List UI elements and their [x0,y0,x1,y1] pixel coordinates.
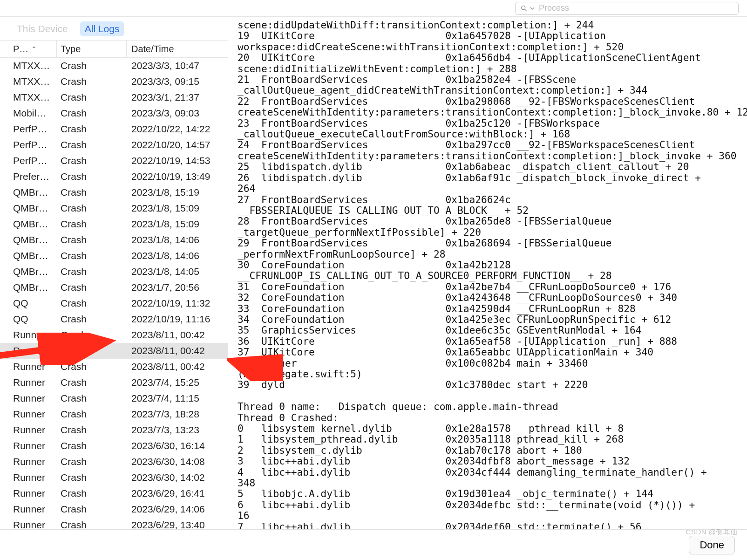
table-row[interactable]: PerfP…Crash2022/10/20, 14:57 [0,137,228,153]
cell-date: 2023/3/1, 21:37 [127,92,228,103]
cell-process: Runner [0,488,57,499]
cell-type: Crash [57,361,127,372]
scope-tabs: This Device All Logs [0,17,228,40]
table-row[interactable]: QMBr…Crash2023/1/7, 20:56 [0,280,228,295]
cell-date: 2023/6/29, 14:06 [127,504,228,515]
table-row[interactable]: RunnerCrash2023/7/3, 13:23 [0,422,228,438]
done-button[interactable]: Done [689,536,735,554]
cell-date: 2023/7/4, 11:15 [127,393,228,404]
search-input[interactable] [539,3,733,13]
log-list[interactable]: MTXX…Crash2023/3/3, 10:47MTXX…Crash2023/… [0,58,228,529]
cell-type: Crash [57,219,127,230]
table-row[interactable]: RunnerCrash2023/6/30, 14:02 [0,470,228,485]
cell-process: MTXX… [0,92,57,103]
cell-type: Crash [57,282,127,293]
table-row[interactable]: RunnerCrash2023/7/4, 15:25 [0,375,228,390]
cell-date: 2023/7/3, 13:23 [127,424,228,436]
cell-process: Runner [0,345,57,356]
cell-process: PerfP… [0,139,57,150]
cell-type: Crash [57,155,127,166]
cell-type: Crash [57,139,127,150]
cell-date: 2023/6/29, 16:41 [127,488,228,499]
table-row[interactable]: QMBr…Crash2023/1/8, 15:19 [0,184,228,200]
cell-date: 2023/6/29, 13:40 [127,519,228,529]
cell-date: 2022/10/19, 14:53 [127,155,228,166]
table-row[interactable]: QQCrash2022/10/19, 11:16 [0,311,228,327]
table-row[interactable]: RunnerCrash2023/8/11, 00:42 [0,359,228,375]
table-row[interactable]: RunnerCrash2023/8/11, 00:42 [0,327,228,343]
cell-date: 2023/1/8, 14:06 [127,250,228,261]
cell-date: 2023/3/3, 09:15 [127,76,228,87]
column-process[interactable]: P… ⌃ [0,41,57,57]
table-row[interactable]: PerfP…Crash2022/10/19, 14:53 [0,153,228,169]
cell-type: Crash [57,345,127,356]
svg-point-0 [522,6,525,9]
cell-date: 2023/8/11, 00:42 [127,361,228,372]
column-date[interactable]: Date/Time [127,41,228,57]
cell-date: 2022/10/19, 13:49 [127,171,228,182]
cell-process: PerfP… [0,123,57,135]
table-row[interactable]: MTXX…Crash2023/3/3, 09:15 [0,74,228,89]
table-row[interactable]: RunnerCrash2023/6/29, 13:40 [0,517,228,529]
chevron-down-icon [529,5,536,12]
cell-process: QMBr… [0,234,57,246]
column-process-label: P… [13,44,28,55]
table-row[interactable]: Mobil…Crash2023/3/3, 09:03 [0,105,228,121]
cell-type: Crash [57,488,127,499]
cell-process: MTXX… [0,60,57,71]
cell-process: Runner [0,361,57,372]
footer: Done [0,529,747,560]
cell-type: Crash [57,187,127,198]
table-row[interactable]: RunnerCrash2023/6/29, 14:06 [0,501,228,517]
cell-process: Runner [0,329,57,341]
cell-type: Crash [57,314,127,325]
table-row[interactable]: MTXX…Crash2023/3/1, 21:37 [0,89,228,105]
svg-line-1 [525,9,527,11]
cell-date: 2023/6/30, 14:02 [127,472,228,483]
cell-process: QMBr… [0,250,57,261]
table-row[interactable]: QMBr…Crash2023/1/8, 15:09 [0,216,228,232]
table-row[interactable]: QMBr…Crash2023/1/8, 14:06 [0,248,228,264]
table-row[interactable]: QMBr…Crash2023/1/8, 14:05 [0,264,228,280]
cell-type: Crash [57,298,127,309]
cell-process: Runner [0,393,57,404]
cell-date: 2023/1/8, 15:19 [127,187,228,198]
cell-type: Crash [57,76,127,87]
cell-type: Crash [57,472,127,483]
cell-date: 2023/1/8, 15:09 [127,219,228,230]
cell-process: QMBr… [0,266,57,277]
cell-date: 2023/8/11, 00:42 [127,329,228,341]
table-row[interactable]: QMBr…Crash2023/1/8, 14:06 [0,232,228,248]
watermark: CSDN @侧耳仙 [686,528,738,537]
cell-process: QQ [0,314,57,325]
cell-type: Crash [57,266,127,277]
search-field[interactable] [515,2,739,15]
table-row[interactable]: RunnerCrash2023/7/4, 11:15 [0,390,228,406]
cell-process: Runner [0,504,57,515]
search-icon [520,5,528,12]
table-row[interactable]: RunnerCrash2023/7/3, 18:28 [0,406,228,422]
table-row[interactable]: RunnerCrash2023/6/29, 16:41 [0,485,228,501]
cell-process: Runner [0,377,57,388]
table-row[interactable]: RunnerCrash2023/6/30, 14:08 [0,454,228,470]
cell-date: 2023/3/3, 09:03 [127,108,228,119]
sidebar: This Device All Logs P… ⌃ Type Date/Time… [0,17,228,529]
cell-date: 2022/10/19, 11:32 [127,298,228,309]
cell-date: 2023/7/3, 18:28 [127,409,228,420]
column-type[interactable]: Type [57,41,127,57]
toolbar [0,0,747,17]
table-row[interactable]: RunnerCrash2023/8/11, 00:42 [0,343,228,359]
table-row[interactable]: QMBr…Crash2023/1/8, 15:09 [0,200,228,216]
cell-type: Crash [57,171,127,182]
table-row[interactable]: Prefer…Crash2022/10/19, 13:49 [0,169,228,184]
table-row[interactable]: PerfP…Crash2022/10/22, 14:22 [0,121,228,137]
crash-log-detail[interactable]: scene:didUpdateWithDiff:transitionContex… [228,17,747,529]
table-row[interactable]: QQCrash2022/10/19, 11:32 [0,295,228,311]
cell-type: Crash [57,203,127,214]
tab-all-logs[interactable]: All Logs [80,21,124,36]
table-row[interactable]: MTXX…Crash2023/3/3, 10:47 [0,58,228,74]
cell-date: 2023/7/4, 15:25 [127,377,228,388]
cell-type: Crash [57,519,127,529]
tab-this-device[interactable]: This Device [12,21,73,36]
table-row[interactable]: RunnerCrash2023/6/30, 16:14 [0,438,228,454]
